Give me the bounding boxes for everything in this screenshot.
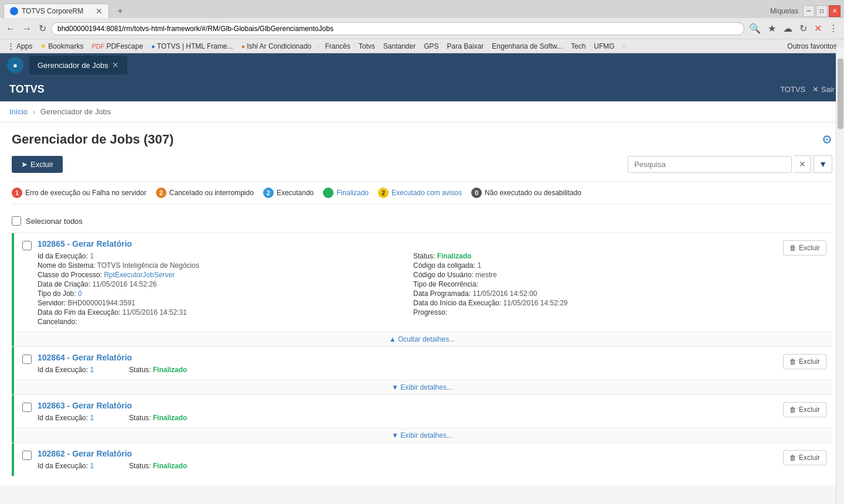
legend-cancelled: 2 Cancelado ou interrompido [156, 188, 254, 198]
value-inicio-exec: 11/05/2016 14:52:29 [503, 299, 567, 307]
legend-finished-label[interactable]: Finalizado [336, 189, 369, 197]
bookmark-apps[interactable]: ⋮ Apps [5, 41, 35, 51]
bookmark-star-btn[interactable]: ★ [765, 22, 778, 35]
scrollbar-thumb[interactable] [838, 59, 843, 129]
value-brief-status: Finalizado [153, 366, 188, 374]
job-excluir-btn-102863[interactable]: 🗑 Excluir [783, 402, 826, 417]
bookmark-santander[interactable]: Santander [381, 42, 418, 51]
breadcrumb-inicio[interactable]: Início [9, 107, 28, 116]
bookmark-totvs[interactable]: ● TOTVS | HTML Frame... [149, 42, 235, 51]
toggle-details-102863[interactable]: ▼ Exibir detalhes... [12, 428, 832, 442]
bookmark-ishi[interactable]: ● Ishi Ar Condicionado [239, 42, 314, 51]
bookmark-engenharia[interactable]: Engenharia de Softw... [489, 42, 565, 51]
maximize-btn[interactable]: □ [816, 5, 828, 17]
legend-disabled: 0 Não executado ou desabilitado [471, 188, 581, 198]
bookmark-ufmg[interactable]: UFMG [591, 42, 617, 51]
job-checkbox-102864[interactable] [22, 355, 32, 364]
job-title-102864[interactable]: 102864 - Gerar Relatório [38, 353, 777, 362]
job-checkbox-102863[interactable] [22, 403, 32, 412]
job-brief-exec-id-102862: Id da Execução: 1 [38, 462, 94, 470]
bookmark-tech-label: Tech [571, 42, 586, 50]
label-id-exec: Id da Execução: [38, 252, 90, 260]
tab-favicon [10, 7, 18, 15]
bookmark-frances[interactable]: Francês [322, 42, 352, 51]
app-top-right: TOTVS ✕ Sair [780, 85, 835, 94]
cloud-icon-btn[interactable]: ☁ [781, 22, 795, 35]
bookmark-totvs2[interactable]: Totvs [356, 42, 377, 51]
content-area: Início › Gerenciador de Jobs Gerenciador… [0, 101, 844, 485]
job-detail-inicio-exec: Data do Início da Execução: 11/05/2016 1… [413, 299, 777, 307]
job-content-102864: 102864 - Gerar Relatório Id da Execução:… [38, 353, 777, 374]
trash-icon-102863: 🗑 [789, 406, 797, 414]
breadcrumb-current: Gerenciador de Jobs [40, 107, 111, 116]
new-tab-btn[interactable]: + [111, 4, 129, 18]
filter-btn[interactable]: ▼ [814, 155, 832, 173]
minimize-btn[interactable]: ─ [803, 5, 815, 17]
job-status-bar-102862 [12, 443, 14, 476]
close-circle-btn[interactable]: ✕ [812, 22, 824, 35]
search-clear-btn[interactable]: ✕ [794, 155, 811, 173]
job-detail-usuario: Código do Usuário: mestre [413, 271, 777, 279]
main-panel: Gerenciador de Jobs (307) ⚙ ➤ Excluir ✕ … [0, 122, 844, 485]
job-title-102862[interactable]: 102862 - Gerar Relatório [38, 449, 777, 458]
value-sistema: TOTVS Inteligência de Negócios [97, 261, 199, 270]
forward-btn[interactable]: → [20, 21, 34, 36]
tab-close-icon[interactable]: ✕ [96, 6, 103, 16]
app-tab-close-icon[interactable]: ✕ [112, 60, 119, 70]
top-right-exit-btn[interactable]: ✕ Sair [812, 85, 835, 94]
badge-finished [323, 188, 333, 198]
bookmark-bookmarks[interactable]: ★ Bookmarks [38, 42, 86, 51]
value-brief-exec-102862: 1 [90, 462, 94, 470]
job-title-102863[interactable]: 102863 - Gerar Relatório [38, 401, 777, 410]
sync-icon-btn[interactable]: ↻ [797, 22, 809, 35]
bookmarks-bar: ⋮ Apps ★ Bookmarks PDF PDFescape ● TOTVS… [0, 39, 844, 53]
bookmark-pdfescape[interactable]: PDF PDFescape [89, 42, 145, 51]
select-all-label[interactable]: Selecionar todos [26, 217, 83, 226]
label-coligada: Código da coligada: [413, 261, 477, 270]
job-detail-cancelando: Cancelando: [38, 318, 401, 326]
bookmark-pdfescape-label: PDFescape [106, 42, 143, 50]
toggle-details-102864[interactable]: ▼ Exibir detalhes... [12, 380, 832, 394]
bookmark-separator2: » [622, 42, 626, 50]
job-details-102865: Id da Execução: 1 Status: Finalizado Nom… [38, 252, 777, 326]
search-icon-btn[interactable]: 🔍 [747, 22, 763, 35]
job-title-102865[interactable]: 102865 - Gerar Relatório [38, 239, 777, 248]
menu-btn[interactable]: ⋮ [826, 22, 840, 35]
browser-tab[interactable]: TOTVS CorporeRM ✕ [4, 4, 109, 18]
badge-warnings: 2 [378, 188, 389, 198]
search-input[interactable] [628, 156, 792, 173]
job-item-102864: 102864 - Gerar Relatório Id da Execução:… [12, 346, 832, 394]
bookmark-para-baixar[interactable]: Para Baixar [445, 42, 486, 51]
select-all-checkbox[interactable] [12, 216, 21, 226]
reload-btn[interactable]: ↻ [36, 21, 49, 36]
badge-error: 1 [12, 188, 22, 198]
app-logo-symbol: ● [13, 61, 18, 70]
pdf-icon: PDF [91, 43, 104, 50]
job-excluir-btn-102862[interactable]: 🗑 Excluir [783, 450, 826, 465]
address-bar[interactable] [51, 22, 744, 35]
bookmark-others[interactable]: Outros favoritos [785, 42, 839, 51]
job-checkbox-102865[interactable] [22, 241, 32, 250]
bookmark-gps[interactable]: GPS [421, 42, 441, 51]
label-classe: Classe do Processo: [38, 271, 104, 279]
job-excluir-btn-102865[interactable]: 🗑 Excluir [783, 240, 826, 256]
app-tab[interactable]: Gerenciador de Jobs ✕ [29, 56, 127, 74]
trash-icon: 🗑 [789, 244, 797, 252]
toggle-details-102865[interactable]: ▲ Ocultar detalhes... [12, 332, 832, 346]
app-top-bar: TOTVS TOTVS ✕ Sair [0, 77, 844, 101]
value-fim-exec: 11/05/2016 14:52:31 [122, 308, 187, 316]
label-tipo: Tipo do Job: [38, 290, 78, 298]
legend-finished: Finalizado [323, 188, 369, 198]
job-checkbox-102862[interactable] [22, 451, 32, 460]
browser-chrome: TOTVS CorporeRM ✕ + Miquelas ─ □ ✕ ← → ↻… [0, 0, 844, 53]
close-btn[interactable]: ✕ [829, 5, 840, 17]
bookmark-tech[interactable]: Tech [569, 42, 588, 51]
legend-warnings-label[interactable]: Executado com avisos [392, 189, 462, 197]
main-excluir-button[interactable]: ➤ Excluir [12, 156, 63, 173]
back-btn[interactable]: ← [4, 21, 18, 36]
value-classe: RptExecutorJobServer [104, 271, 175, 279]
job-brief-status-102862: Status: Finalizado [129, 462, 187, 470]
job-excluir-btn-102864[interactable]: 🗑 Excluir [783, 354, 826, 369]
label-brief-exec-102863: Id da Execução: [38, 414, 90, 422]
settings-gear-btn[interactable]: ⚙ [822, 132, 832, 147]
